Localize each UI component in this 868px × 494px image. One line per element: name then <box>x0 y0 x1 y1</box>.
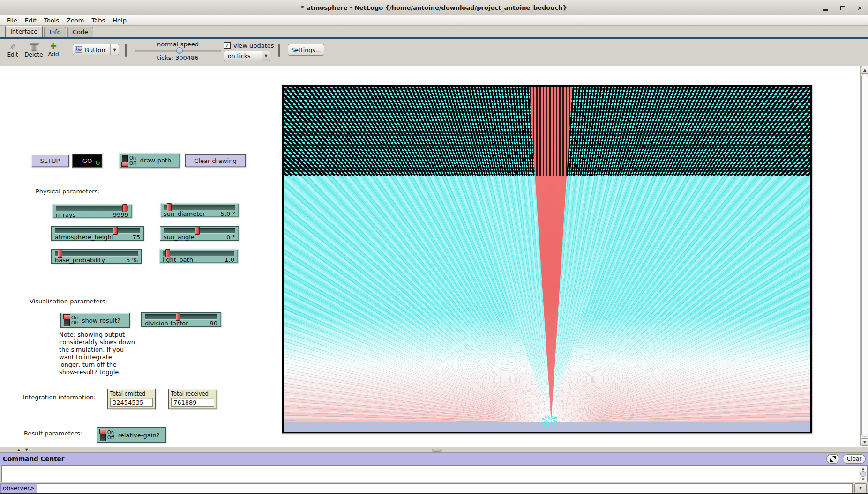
base-probability-slider[interactable]: base_probability5 % <box>51 249 142 264</box>
menu-tabs[interactable]: Tabs <box>88 15 109 25</box>
scrollbar-thumb[interactable] <box>860 471 866 477</box>
scroll-up-button[interactable]: ▲ <box>861 66 868 74</box>
slider-handle[interactable] <box>176 313 180 321</box>
speed-slider[interactable] <box>135 50 221 52</box>
title-bar[interactable]: * atmosphere - NetLogo {/home/antoine/do… <box>0 0 868 15</box>
relative-gain-switch[interactable]: OnOff relative-gain? <box>97 427 166 443</box>
switch-knob[interactable] <box>99 429 106 434</box>
command-center-title: Command Center <box>0 455 64 463</box>
sun-diameter-slider[interactable]: sun_diameter5.0 ° <box>160 203 239 217</box>
slider-handle[interactable] <box>195 227 200 235</box>
tab-interface[interactable]: Interface <box>5 26 43 37</box>
arrow-down-icon: ▼ <box>863 440 866 444</box>
total-received-monitor: Total received 761889 <box>168 389 217 409</box>
settings-button[interactable]: Settings... <box>288 44 324 56</box>
slider-handle[interactable] <box>113 227 118 235</box>
slider-handle[interactable] <box>165 249 170 257</box>
plus-icon: ✚ <box>50 43 56 50</box>
arrow-down-icon: ▼ <box>862 478 864 481</box>
menu-edit[interactable]: Edit <box>21 15 40 25</box>
menu-zoom[interactable]: Zoom <box>63 15 88 25</box>
show-result-switch[interactable]: OnOff show-result? <box>60 313 130 328</box>
command-center-splitter[interactable]: ▲ ▼ <box>0 446 868 453</box>
history-dropdown-button[interactable]: ▼ <box>854 483 867 493</box>
delete-widget-button[interactable]: Delete <box>23 43 45 58</box>
output-scrollbar[interactable]: ▲ ▼ <box>859 466 867 482</box>
go-forever-icon: ↻ <box>95 160 100 167</box>
speed-label: normal speed <box>135 41 221 48</box>
close-button[interactable]: ✕ <box>856 5 863 11</box>
arrow-up-icon: ▲ <box>862 467 864 471</box>
command-center-expand-button[interactable] <box>826 454 839 464</box>
tab-info[interactable]: Info <box>44 27 66 37</box>
toolbar-separator <box>125 44 127 57</box>
world-view-canvas[interactable] <box>282 85 812 433</box>
slider-handle[interactable] <box>167 203 172 211</box>
sun-angle-slider[interactable]: sun_angle0 ° <box>160 226 239 241</box>
button-widget-icon: abc <box>75 46 82 53</box>
scroll-down-button[interactable]: ▼ <box>861 438 868 446</box>
clear-drawing-button[interactable]: Clear drawing <box>185 154 246 167</box>
world-view[interactable] <box>282 85 812 434</box>
menu-tools[interactable]: Tools <box>40 15 63 25</box>
command-center-output[interactable]: ▲ ▼ <box>1 465 868 482</box>
slider-handle[interactable] <box>58 250 62 258</box>
splitter-collapse-arrows[interactable]: ▲ ▼ <box>17 448 30 452</box>
expand-icon <box>830 456 836 462</box>
setup-button[interactable]: SETUP <box>31 155 69 167</box>
command-input-row: observer> ▼ <box>0 483 868 493</box>
observer-prompt[interactable]: observer> <box>0 483 37 493</box>
window-title: * atmosphere - NetLogo {/home/antoine/do… <box>301 4 567 11</box>
go-button[interactable]: GO ↻ <box>72 154 102 168</box>
update-mode-dropdown[interactable]: on ticks ▼ <box>224 51 270 61</box>
maximize-icon <box>840 6 845 10</box>
switch-knob[interactable] <box>63 314 70 319</box>
switch-track[interactable] <box>122 155 128 166</box>
switch-label: show-result? <box>82 317 120 324</box>
toolbar: ✎ Edit Delete ✚ Add abc Button ▼ normal … <box>0 39 868 65</box>
scroll-up-button[interactable]: ▲ <box>860 466 867 471</box>
switch-label: draw-path <box>140 157 171 164</box>
command-center-clear-button[interactable]: Clear <box>843 454 866 464</box>
switch-track[interactable] <box>64 315 70 326</box>
interface-vertical-scrollbar[interactable]: ▲ ▼ <box>860 66 868 446</box>
monitor-value: 761889 <box>171 398 214 407</box>
menu-file[interactable]: File <box>3 15 21 25</box>
light-path-slider[interactable]: light_path1.0 <box>159 249 238 263</box>
switch-label: relative-gain? <box>118 432 160 439</box>
visualisation-parameters-label: Visualisation parameters: <box>30 298 107 305</box>
switch-track[interactable] <box>100 429 106 441</box>
arrow-up-icon: ▲ <box>863 68 866 72</box>
check-icon: ✓ <box>225 42 230 49</box>
tab-bar: Interface Info Code <box>0 26 868 37</box>
note-text: Note: showing output considerably slows … <box>59 331 135 376</box>
receiver-starburst <box>542 416 557 427</box>
menu-help[interactable]: Help <box>109 15 130 25</box>
division-factor-slider[interactable]: division-factor90 <box>141 312 221 327</box>
result-parameters-label: Result parameters: <box>24 430 82 437</box>
maximize-button[interactable] <box>839 5 846 11</box>
menu-bar: File Edit Tools Zoom Tabs Help <box>0 15 868 26</box>
physical-parameters-label: Physical parameters: <box>36 188 100 195</box>
speed-slider-thumb[interactable] <box>176 47 183 54</box>
view-updates-checkbox[interactable]: ✓ <box>224 42 231 49</box>
toolbar-separator <box>278 44 280 57</box>
command-input[interactable] <box>37 483 853 493</box>
scroll-down-button[interactable]: ▼ <box>860 477 867 482</box>
minimize-button[interactable] <box>823 5 829 11</box>
slider-handle[interactable] <box>122 204 127 212</box>
add-widget-button[interactable]: ✚ Add <box>46 43 60 58</box>
tab-code[interactable]: Code <box>67 27 93 37</box>
chevron-down-icon: ▼ <box>110 44 119 55</box>
chevron-down-icon: ▼ <box>262 51 270 61</box>
monitor-value: 32454535 <box>110 398 153 407</box>
scrollbar-thumb[interactable] <box>861 74 868 437</box>
widget-type-dropdown[interactable]: abc Button ▼ <box>73 44 119 55</box>
n-rays-slider[interactable]: n_rays9999 <box>52 204 132 218</box>
switch-knob[interactable] <box>121 162 128 167</box>
atmosphere-height-slider[interactable]: atmosphere_height75 <box>51 226 144 241</box>
edit-widget-button[interactable]: ✎ Edit <box>4 43 21 58</box>
view-updates-label: view updates <box>233 42 274 49</box>
splitter-grip[interactable] <box>432 449 442 452</box>
draw-path-switch[interactable]: OnOff draw-path <box>119 153 180 168</box>
